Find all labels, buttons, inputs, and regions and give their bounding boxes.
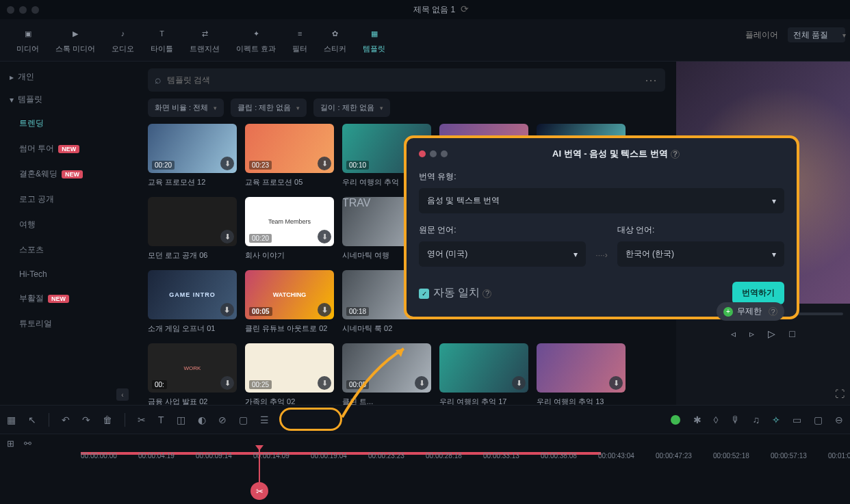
modal-traffic-lights[interactable] xyxy=(419,150,448,157)
speed-tool-icon[interactable]: ⊘ xyxy=(218,414,227,425)
voiceover-icon[interactable]: 🎙 xyxy=(731,414,740,425)
download-icon[interactable]: ⬇ xyxy=(318,376,331,390)
sidebar-item[interactable]: 스포츠 xyxy=(0,237,137,263)
next-frame-button[interactable]: ▹ xyxy=(749,328,754,339)
download-icon[interactable]: ⬇ xyxy=(415,376,428,390)
template-card[interactable]: 00:05⬇클린 트... xyxy=(342,343,431,405)
filter-length[interactable]: 길이 : 제한 없음▾ xyxy=(313,98,389,117)
template-name: 우리 여행의 추억 13 xyxy=(537,397,626,405)
template-card[interactable]: 00:23⬇교육 프로모션 05 xyxy=(245,124,334,187)
marker-tool-icon[interactable]: ◊ xyxy=(714,414,719,425)
sidebar-item[interactable]: 튜토리얼 xyxy=(0,311,137,336)
template-card[interactable]: WORK00:⬇금융 사업 발표 02 xyxy=(148,343,237,405)
tab-transitions[interactable]: ⇄트랜지션 xyxy=(181,22,228,58)
template-card[interactable]: Team Members00:20⬇회사 이야기 xyxy=(245,197,334,261)
link-icon[interactable]: ⚯ xyxy=(24,438,31,449)
template-card[interactable]: ⬇우리 여행의 추억 13 xyxy=(537,343,626,405)
stop-button[interactable]: □ xyxy=(789,328,795,339)
sidebar-item[interactable]: 여행 xyxy=(0,212,137,237)
expand-icon[interactable]: ⛶ xyxy=(835,388,845,399)
download-icon[interactable]: ⬇ xyxy=(220,230,234,243)
source-lang-select[interactable]: 영어 (미국)▾ xyxy=(419,241,586,267)
sidebar-item[interactable]: 부활절NEW xyxy=(0,286,137,311)
download-icon[interactable]: ⬇ xyxy=(220,303,234,317)
help-icon[interactable]: ? xyxy=(482,289,491,298)
tab-effects[interactable]: ✦이펙트 효과 xyxy=(228,22,284,58)
template-card[interactable]: 00:25⬇가족의 추억 02 xyxy=(245,343,334,405)
tab-stock-media[interactable]: ▶스톡 미디어 xyxy=(47,22,103,58)
text-tool-icon[interactable]: T xyxy=(158,414,164,425)
download-icon[interactable]: ⬇ xyxy=(318,230,331,243)
sidebar-item[interactable]: Hi-Tech xyxy=(0,263,137,286)
help-icon[interactable]: ? xyxy=(769,307,777,316)
auto-match-checkbox[interactable]: ✓자동 일치? xyxy=(419,286,491,300)
record-icon[interactable] xyxy=(670,414,681,425)
cut-marker-icon[interactable]: ✂ xyxy=(250,482,268,500)
timeline-ruler[interactable]: 00:00:00:0000:00:04:1900:00:09:1400:00:1… xyxy=(0,452,850,464)
ai-tool-icon[interactable]: ✧ xyxy=(772,414,780,425)
template-card[interactable]: 00:20⬇교육 프로모션 12 xyxy=(148,124,237,187)
duration-badge: 00:05 xyxy=(249,307,272,316)
ruler-tick: 00:00:47:23 xyxy=(656,452,692,460)
subtitle-tool-icon[interactable]: ▢ xyxy=(239,414,248,425)
search-bar[interactable]: ⌕ ⋯ xyxy=(148,68,665,92)
sidebar-item[interactable]: 트렌딩 xyxy=(0,111,137,136)
template-card[interactable]: ⬇우리 여행의 추억 17 xyxy=(439,343,528,405)
zoom-out-icon[interactable]: ⊖ xyxy=(835,414,843,425)
mask-tool-icon[interactable]: ◐ xyxy=(198,414,206,425)
window-traffic-lights[interactable] xyxy=(7,6,39,14)
play-button[interactable]: ▷ xyxy=(768,328,775,339)
template-card[interactable]: WATCHING00:05⬇클린 유튜브 아웃트로 02 xyxy=(245,270,334,334)
download-icon[interactable]: ⬇ xyxy=(318,157,331,170)
download-icon[interactable]: ⬇ xyxy=(609,376,623,390)
unlimited-chip: +무제한? xyxy=(717,302,784,321)
ruler-tick: 00:00:43:04 xyxy=(598,452,634,460)
delete-button[interactable]: 🗑 xyxy=(103,414,112,425)
sidebar-collapse-button[interactable]: ‹ xyxy=(116,388,129,401)
filter-aspect[interactable]: 화면 비율 : 전체▾ xyxy=(148,98,224,117)
filter-clips[interactable]: 클립 : 제한 없음▾ xyxy=(231,98,307,117)
sidebar-item[interactable]: 결혼&웨딩NEW xyxy=(0,161,137,187)
template-card[interactable]: ⬇모던 로고 공개 06 xyxy=(148,197,237,261)
target-lang-select[interactable]: 한국어 (한국)▾ xyxy=(617,241,784,267)
track-add-icon[interactable]: ⊞ xyxy=(7,438,14,449)
duration-badge: 00:05 xyxy=(346,380,369,389)
template-card[interactable]: GAME INTRO⬇소개 게임 오프너 01 xyxy=(148,270,237,334)
quality-select[interactable]: 전체 품질 xyxy=(788,27,845,42)
tab-stickers[interactable]: ✿스티커 xyxy=(315,22,355,58)
color-tool-icon[interactable]: ✱ xyxy=(693,414,701,425)
more-icon[interactable]: ⋯ xyxy=(645,72,658,88)
ruler-tick: 00:00:00:00 xyxy=(81,452,117,460)
sidebar-item[interactable]: 로고 공개 xyxy=(0,187,137,212)
prev-frame-button[interactable]: ◃ xyxy=(731,328,736,339)
download-icon[interactable]: ⬇ xyxy=(220,157,234,170)
crop-tool-icon[interactable]: ◫ xyxy=(177,414,185,425)
fullscreen-tool-icon[interactable]: ▢ xyxy=(814,414,823,425)
pointer-tool-icon[interactable]: ↖ xyxy=(28,414,36,425)
sidebar-item[interactable]: 썸머 투어NEW xyxy=(0,136,137,161)
help-icon[interactable]: ? xyxy=(671,150,680,159)
download-icon[interactable]: ⬇ xyxy=(220,376,234,390)
pip-tool-icon[interactable]: ▭ xyxy=(793,414,801,425)
tab-media[interactable]: ▣미디어 xyxy=(8,22,47,58)
search-input[interactable] xyxy=(167,75,639,85)
download-icon[interactable]: ⬇ xyxy=(512,376,526,390)
filter-row: 화면 비율 : 전체▾ 클립 : 제한 없음▾ 길이 : 제한 없음▾ xyxy=(144,98,669,124)
translate-tool-icon[interactable]: ☰ xyxy=(260,414,269,425)
music-tool-icon[interactable]: ♫ xyxy=(753,414,760,425)
grid-tool-icon[interactable]: ▦ xyxy=(7,414,16,425)
redo-button[interactable]: ↷ xyxy=(82,414,90,425)
translate-type-select[interactable]: 음성 및 텍스트 번역▾ xyxy=(419,188,784,213)
download-icon[interactable]: ⬇ xyxy=(318,303,331,317)
undo-button[interactable]: ↶ xyxy=(62,414,70,425)
translate-button[interactable]: 번역하기 xyxy=(732,282,784,304)
tab-audio[interactable]: ♪오디오 xyxy=(103,22,142,58)
cut-tool-icon[interactable]: ✂ xyxy=(138,414,146,425)
tab-titles[interactable]: T타이틀 xyxy=(142,22,181,58)
tab-filters[interactable]: ≡필터 xyxy=(284,22,315,58)
sidebar-section-templates[interactable]: ▾템플릿 xyxy=(0,88,137,111)
template-name: 모던 로고 공개 06 xyxy=(148,250,237,261)
player-label: 플레이어 xyxy=(745,29,778,41)
sidebar-section-personal[interactable]: ▸개인 xyxy=(0,66,137,88)
tab-templates[interactable]: ▦템플릿 xyxy=(355,22,394,58)
